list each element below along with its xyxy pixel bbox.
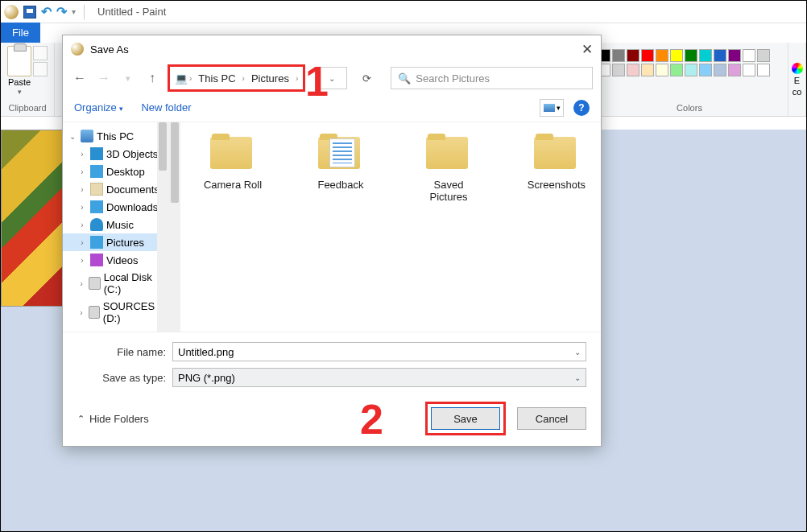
color-swatch[interactable] bbox=[612, 49, 625, 62]
tree-item-videos[interactable]: ›Videos bbox=[63, 251, 168, 269]
tree-item-local-disk-c-[interactable]: ›Local Disk (C:) bbox=[63, 269, 168, 298]
color-swatch[interactable] bbox=[627, 64, 639, 76]
picture-icon bbox=[544, 104, 555, 112]
color-swatch[interactable] bbox=[714, 49, 726, 62]
chevron-right-icon[interactable]: › bbox=[242, 74, 245, 83]
scrollbar-thumb[interactable] bbox=[159, 122, 167, 171]
tree-item-pictures[interactable]: ›Pictures bbox=[63, 233, 168, 251]
refresh-icon[interactable]: ⟳ bbox=[354, 67, 379, 89]
separator bbox=[84, 5, 85, 19]
color-swatch[interactable] bbox=[685, 49, 697, 62]
close-icon[interactable]: ✕ bbox=[581, 41, 593, 58]
chevron-down-icon[interactable]: ⌄ bbox=[574, 348, 581, 357]
new-folder-button[interactable]: New folder bbox=[141, 101, 191, 113]
view-mode-button[interactable]: ▾ bbox=[540, 99, 564, 117]
chevron-right-icon[interactable]: › bbox=[77, 203, 87, 212]
folder-camera-roll[interactable]: Camera Roll bbox=[198, 134, 267, 203]
folder-feedback[interactable]: Feedback bbox=[306, 134, 375, 203]
chevron-down-icon[interactable]: ⌄ bbox=[574, 373, 581, 382]
color-swatch[interactable] bbox=[641, 49, 654, 62]
copy-icon[interactable] bbox=[33, 62, 48, 76]
tree-item-3d-objects[interactable]: ›3D Objects bbox=[63, 145, 168, 163]
chevron-right-icon[interactable]: › bbox=[77, 308, 85, 317]
tab-file[interactable]: File bbox=[1, 23, 40, 43]
color-swatch[interactable] bbox=[670, 49, 683, 62]
chevron-right-icon[interactable]: › bbox=[77, 185, 87, 194]
chevron-right-icon[interactable]: › bbox=[77, 167, 87, 176]
color-swatch[interactable] bbox=[612, 64, 625, 76]
undo-icon[interactable]: ↶ bbox=[41, 4, 52, 19]
tree-root-thispc[interactable]: ⌄ This PC bbox=[63, 127, 168, 145]
color-swatch[interactable] bbox=[757, 64, 770, 76]
chevron-right-icon[interactable]: › bbox=[77, 150, 87, 159]
hide-folders-button[interactable]: ⌃ Hide Folders bbox=[77, 413, 149, 425]
tree-item-label: Videos bbox=[106, 254, 139, 266]
color-swatch[interactable] bbox=[714, 64, 726, 76]
chevron-right-icon[interactable]: › bbox=[77, 256, 87, 265]
dialog-footer: ⌃ Hide Folders Save Cancel bbox=[63, 394, 601, 447]
color-swatch[interactable] bbox=[699, 64, 712, 76]
color-swatch[interactable] bbox=[656, 49, 668, 62]
tree-item-downloads[interactable]: ›Downloads bbox=[63, 198, 168, 216]
tree-item-documents[interactable]: ›Documents bbox=[63, 180, 168, 198]
edit-colors-button[interactable]: E co bbox=[788, 43, 806, 116]
save-as-dialog: Save As ✕ ← → ▾ ↑ 💻 › This PC › Pictures… bbox=[62, 35, 602, 447]
nav-up-icon[interactable]: ↑ bbox=[143, 69, 161, 87]
breadcrumb-seg-thispc[interactable]: This PC bbox=[193, 72, 240, 85]
filetype-value: PNG (*.png) bbox=[178, 372, 235, 384]
color-swatch[interactable] bbox=[627, 49, 639, 62]
chevron-right-icon[interactable]: › bbox=[77, 279, 85, 288]
scrollbar-thumb[interactable] bbox=[171, 122, 179, 203]
folder-screenshots[interactable]: Screenshots bbox=[522, 134, 591, 203]
chevron-right-icon[interactable]: › bbox=[296, 74, 298, 83]
cancel-button[interactable]: Cancel bbox=[517, 407, 586, 430]
color-swatch[interactable] bbox=[699, 49, 712, 62]
file-pane[interactable]: Camera RollFeedbackSaved PicturesScreens… bbox=[169, 122, 601, 332]
help-icon[interactable]: ? bbox=[573, 100, 590, 116]
folder-saved-pictures[interactable]: Saved Pictures bbox=[414, 134, 483, 203]
organize-button[interactable]: Organize ▾ bbox=[74, 101, 123, 113]
address-bar[interactable]: 💻 › This PC › Pictures › bbox=[168, 64, 305, 92]
tree-scrollbar[interactable] bbox=[157, 122, 168, 332]
qat-save-icon[interactable] bbox=[23, 6, 36, 19]
color-swatch[interactable] bbox=[757, 49, 770, 62]
color-swatch[interactable] bbox=[728, 49, 741, 62]
paste-icon[interactable] bbox=[7, 46, 31, 76]
nav-back-icon[interactable]: ← bbox=[71, 69, 89, 87]
chevron-right-icon[interactable]: › bbox=[77, 221, 87, 229]
nav-recent-icon[interactable]: ▾ bbox=[119, 69, 137, 87]
window-title: Untitled - Paint bbox=[97, 6, 166, 18]
cut-icon[interactable] bbox=[33, 46, 48, 60]
color-swatch[interactable] bbox=[641, 64, 654, 76]
folder-icon bbox=[90, 200, 103, 213]
color-swatch[interactable] bbox=[685, 64, 697, 76]
color-swatch[interactable] bbox=[743, 64, 755, 76]
color-wheel-icon bbox=[792, 63, 803, 74]
redo-icon[interactable]: ↷ bbox=[56, 4, 67, 19]
save-button[interactable]: Save bbox=[431, 407, 500, 430]
color-swatch[interactable] bbox=[670, 64, 683, 76]
filename-input[interactable]: Untitled.png ⌄ bbox=[172, 342, 586, 361]
paste-dropdown-icon[interactable]: ▾ bbox=[18, 88, 22, 96]
folder-label: Screenshots bbox=[528, 179, 586, 191]
tree-item-music[interactable]: ›Music bbox=[63, 216, 168, 233]
file-scrollbar[interactable] bbox=[169, 122, 180, 332]
color-swatch[interactable] bbox=[656, 64, 668, 76]
folder-icon bbox=[90, 218, 103, 231]
annotation-1: 1 bbox=[305, 57, 329, 105]
breadcrumb-seg-pictures[interactable]: Pictures bbox=[246, 72, 294, 85]
clipboard-label: Clipboard bbox=[8, 103, 46, 114]
chevron-right-icon[interactable]: › bbox=[189, 74, 192, 83]
tree-item-sources-d-[interactable]: ›SOURCES (D:) bbox=[63, 298, 168, 327]
filetype-select[interactable]: PNG (*.png) ⌄ bbox=[172, 368, 586, 387]
annotation-2: 2 bbox=[360, 395, 383, 443]
color-swatch[interactable] bbox=[743, 49, 755, 62]
qat-customize-icon[interactable]: ▾ bbox=[72, 7, 76, 16]
color-swatch[interactable] bbox=[728, 64, 741, 76]
color-palette bbox=[598, 46, 781, 76]
chevron-down-icon[interactable]: ⌄ bbox=[68, 132, 77, 141]
chevron-right-icon[interactable]: › bbox=[77, 238, 87, 247]
tree-item-desktop[interactable]: ›Desktop bbox=[63, 163, 168, 180]
nav-tree: ⌄ This PC ›3D Objects›Desktop›Documents›… bbox=[63, 122, 169, 332]
search-input[interactable]: 🔍 Search Pictures bbox=[391, 67, 593, 89]
